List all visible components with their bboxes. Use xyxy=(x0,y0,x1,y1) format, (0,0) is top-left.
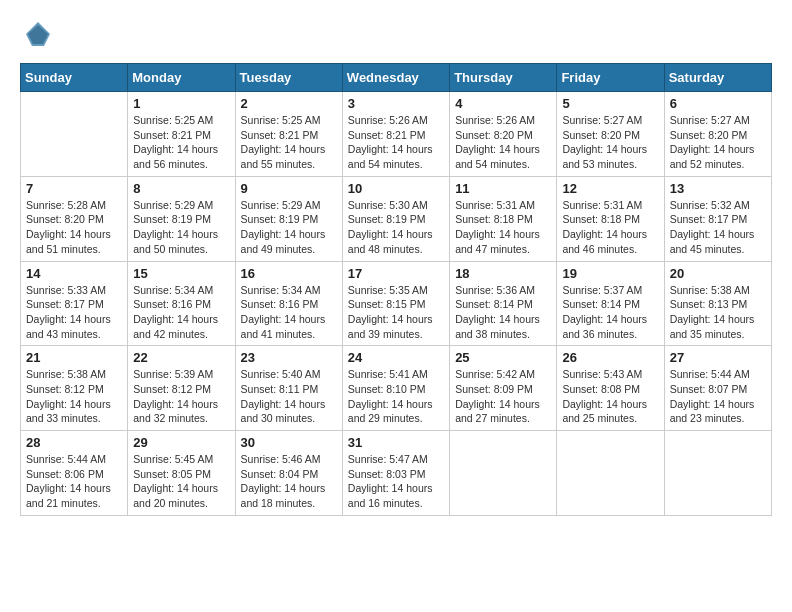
day-info: Sunrise: 5:29 AMSunset: 8:19 PMDaylight:… xyxy=(241,198,337,257)
day-number: 30 xyxy=(241,435,337,450)
day-number: 31 xyxy=(348,435,444,450)
calendar-cell: 2Sunrise: 5:25 AMSunset: 8:21 PMDaylight… xyxy=(235,92,342,177)
day-info: Sunrise: 5:41 AMSunset: 8:10 PMDaylight:… xyxy=(348,367,444,426)
calendar-cell xyxy=(557,431,664,516)
calendar-cell: 31Sunrise: 5:47 AMSunset: 8:03 PMDayligh… xyxy=(342,431,449,516)
day-info: Sunrise: 5:26 AMSunset: 8:21 PMDaylight:… xyxy=(348,113,444,172)
day-number: 21 xyxy=(26,350,122,365)
day-info: Sunrise: 5:28 AMSunset: 8:20 PMDaylight:… xyxy=(26,198,122,257)
day-info: Sunrise: 5:38 AMSunset: 8:13 PMDaylight:… xyxy=(670,283,766,342)
day-info: Sunrise: 5:25 AMSunset: 8:21 PMDaylight:… xyxy=(133,113,229,172)
day-info: Sunrise: 5:35 AMSunset: 8:15 PMDaylight:… xyxy=(348,283,444,342)
day-number: 26 xyxy=(562,350,658,365)
weekday-header-saturday: Saturday xyxy=(664,64,771,92)
calendar-cell xyxy=(450,431,557,516)
day-number: 4 xyxy=(455,96,551,111)
day-number: 3 xyxy=(348,96,444,111)
day-info: Sunrise: 5:43 AMSunset: 8:08 PMDaylight:… xyxy=(562,367,658,426)
calendar-cell: 9Sunrise: 5:29 AMSunset: 8:19 PMDaylight… xyxy=(235,176,342,261)
logo-icon xyxy=(24,20,52,48)
calendar-cell: 5Sunrise: 5:27 AMSunset: 8:20 PMDaylight… xyxy=(557,92,664,177)
calendar-cell: 14Sunrise: 5:33 AMSunset: 8:17 PMDayligh… xyxy=(21,261,128,346)
calendar-cell: 4Sunrise: 5:26 AMSunset: 8:20 PMDaylight… xyxy=(450,92,557,177)
day-number: 12 xyxy=(562,181,658,196)
weekday-header-thursday: Thursday xyxy=(450,64,557,92)
calendar-body: 1Sunrise: 5:25 AMSunset: 8:21 PMDaylight… xyxy=(21,92,772,516)
day-info: Sunrise: 5:33 AMSunset: 8:17 PMDaylight:… xyxy=(26,283,122,342)
day-number: 2 xyxy=(241,96,337,111)
day-info: Sunrise: 5:25 AMSunset: 8:21 PMDaylight:… xyxy=(241,113,337,172)
calendar-cell: 24Sunrise: 5:41 AMSunset: 8:10 PMDayligh… xyxy=(342,346,449,431)
day-info: Sunrise: 5:30 AMSunset: 8:19 PMDaylight:… xyxy=(348,198,444,257)
day-info: Sunrise: 5:40 AMSunset: 8:11 PMDaylight:… xyxy=(241,367,337,426)
day-number: 9 xyxy=(241,181,337,196)
calendar-cell: 18Sunrise: 5:36 AMSunset: 8:14 PMDayligh… xyxy=(450,261,557,346)
day-info: Sunrise: 5:27 AMSunset: 8:20 PMDaylight:… xyxy=(670,113,766,172)
day-number: 15 xyxy=(133,266,229,281)
day-info: Sunrise: 5:44 AMSunset: 8:06 PMDaylight:… xyxy=(26,452,122,511)
day-info: Sunrise: 5:32 AMSunset: 8:17 PMDaylight:… xyxy=(670,198,766,257)
day-number: 14 xyxy=(26,266,122,281)
calendar-cell: 15Sunrise: 5:34 AMSunset: 8:16 PMDayligh… xyxy=(128,261,235,346)
weekday-header-tuesday: Tuesday xyxy=(235,64,342,92)
calendar-cell: 8Sunrise: 5:29 AMSunset: 8:19 PMDaylight… xyxy=(128,176,235,261)
day-number: 7 xyxy=(26,181,122,196)
calendar-cell: 10Sunrise: 5:30 AMSunset: 8:19 PMDayligh… xyxy=(342,176,449,261)
day-info: Sunrise: 5:45 AMSunset: 8:05 PMDaylight:… xyxy=(133,452,229,511)
day-info: Sunrise: 5:31 AMSunset: 8:18 PMDaylight:… xyxy=(455,198,551,257)
calendar-cell: 11Sunrise: 5:31 AMSunset: 8:18 PMDayligh… xyxy=(450,176,557,261)
day-number: 16 xyxy=(241,266,337,281)
day-number: 11 xyxy=(455,181,551,196)
calendar-cell: 3Sunrise: 5:26 AMSunset: 8:21 PMDaylight… xyxy=(342,92,449,177)
day-info: Sunrise: 5:34 AMSunset: 8:16 PMDaylight:… xyxy=(241,283,337,342)
day-number: 1 xyxy=(133,96,229,111)
calendar-cell: 1Sunrise: 5:25 AMSunset: 8:21 PMDaylight… xyxy=(128,92,235,177)
day-info: Sunrise: 5:37 AMSunset: 8:14 PMDaylight:… xyxy=(562,283,658,342)
calendar-cell: 13Sunrise: 5:32 AMSunset: 8:17 PMDayligh… xyxy=(664,176,771,261)
calendar-cell: 25Sunrise: 5:42 AMSunset: 8:09 PMDayligh… xyxy=(450,346,557,431)
day-info: Sunrise: 5:39 AMSunset: 8:12 PMDaylight:… xyxy=(133,367,229,426)
weekday-header-monday: Monday xyxy=(128,64,235,92)
day-info: Sunrise: 5:38 AMSunset: 8:12 PMDaylight:… xyxy=(26,367,122,426)
header xyxy=(20,20,772,53)
calendar-week-row: 7Sunrise: 5:28 AMSunset: 8:20 PMDaylight… xyxy=(21,176,772,261)
day-info: Sunrise: 5:46 AMSunset: 8:04 PMDaylight:… xyxy=(241,452,337,511)
calendar-week-row: 21Sunrise: 5:38 AMSunset: 8:12 PMDayligh… xyxy=(21,346,772,431)
calendar-table: SundayMondayTuesdayWednesdayThursdayFrid… xyxy=(20,63,772,516)
day-number: 6 xyxy=(670,96,766,111)
calendar-cell: 29Sunrise: 5:45 AMSunset: 8:05 PMDayligh… xyxy=(128,431,235,516)
day-number: 8 xyxy=(133,181,229,196)
calendar-cell: 22Sunrise: 5:39 AMSunset: 8:12 PMDayligh… xyxy=(128,346,235,431)
calendar-cell: 7Sunrise: 5:28 AMSunset: 8:20 PMDaylight… xyxy=(21,176,128,261)
day-number: 19 xyxy=(562,266,658,281)
calendar-cell: 20Sunrise: 5:38 AMSunset: 8:13 PMDayligh… xyxy=(664,261,771,346)
day-info: Sunrise: 5:29 AMSunset: 8:19 PMDaylight:… xyxy=(133,198,229,257)
day-number: 29 xyxy=(133,435,229,450)
day-info: Sunrise: 5:42 AMSunset: 8:09 PMDaylight:… xyxy=(455,367,551,426)
weekday-header-row: SundayMondayTuesdayWednesdayThursdayFrid… xyxy=(21,64,772,92)
day-number: 10 xyxy=(348,181,444,196)
calendar-cell: 12Sunrise: 5:31 AMSunset: 8:18 PMDayligh… xyxy=(557,176,664,261)
calendar-cell: 21Sunrise: 5:38 AMSunset: 8:12 PMDayligh… xyxy=(21,346,128,431)
day-number: 13 xyxy=(670,181,766,196)
day-info: Sunrise: 5:31 AMSunset: 8:18 PMDaylight:… xyxy=(562,198,658,257)
day-number: 24 xyxy=(348,350,444,365)
calendar-cell xyxy=(664,431,771,516)
weekday-header-sunday: Sunday xyxy=(21,64,128,92)
day-number: 20 xyxy=(670,266,766,281)
calendar-cell: 16Sunrise: 5:34 AMSunset: 8:16 PMDayligh… xyxy=(235,261,342,346)
day-number: 17 xyxy=(348,266,444,281)
calendar-week-row: 28Sunrise: 5:44 AMSunset: 8:06 PMDayligh… xyxy=(21,431,772,516)
calendar-cell: 30Sunrise: 5:46 AMSunset: 8:04 PMDayligh… xyxy=(235,431,342,516)
day-info: Sunrise: 5:36 AMSunset: 8:14 PMDaylight:… xyxy=(455,283,551,342)
calendar-cell xyxy=(21,92,128,177)
day-number: 28 xyxy=(26,435,122,450)
calendar-cell: 27Sunrise: 5:44 AMSunset: 8:07 PMDayligh… xyxy=(664,346,771,431)
day-info: Sunrise: 5:26 AMSunset: 8:20 PMDaylight:… xyxy=(455,113,551,172)
calendar-cell: 23Sunrise: 5:40 AMSunset: 8:11 PMDayligh… xyxy=(235,346,342,431)
day-info: Sunrise: 5:47 AMSunset: 8:03 PMDaylight:… xyxy=(348,452,444,511)
calendar-header: SundayMondayTuesdayWednesdayThursdayFrid… xyxy=(21,64,772,92)
day-info: Sunrise: 5:34 AMSunset: 8:16 PMDaylight:… xyxy=(133,283,229,342)
day-info: Sunrise: 5:27 AMSunset: 8:20 PMDaylight:… xyxy=(562,113,658,172)
day-number: 22 xyxy=(133,350,229,365)
